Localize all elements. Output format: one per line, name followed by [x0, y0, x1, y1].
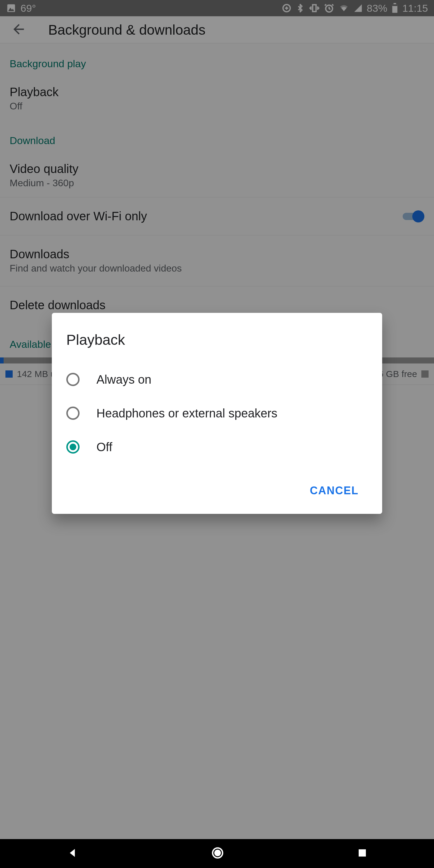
cancel-button[interactable]: CANCEL [301, 478, 368, 503]
radio-option-headphones[interactable]: Headphones or external speakers [66, 396, 368, 430]
radio-label: Off [96, 439, 113, 455]
radio-icon [66, 407, 80, 420]
playback-dialog: Playback Always on Headphones or externa… [52, 313, 382, 514]
radio-label: Always on [96, 372, 151, 387]
dialog-title: Playback [66, 332, 368, 348]
navigation-bar [0, 839, 434, 868]
radio-option-off[interactable]: Off [66, 430, 368, 464]
nav-home-icon[interactable] [211, 846, 224, 861]
radio-icon [66, 373, 80, 386]
svg-rect-10 [359, 849, 366, 857]
svg-point-9 [214, 849, 221, 856]
nav-back-icon[interactable] [66, 847, 79, 860]
radio-label: Headphones or external speakers [96, 405, 277, 421]
nav-recent-icon[interactable] [357, 847, 368, 860]
radio-icon [66, 440, 80, 454]
radio-option-always-on[interactable]: Always on [66, 363, 368, 396]
